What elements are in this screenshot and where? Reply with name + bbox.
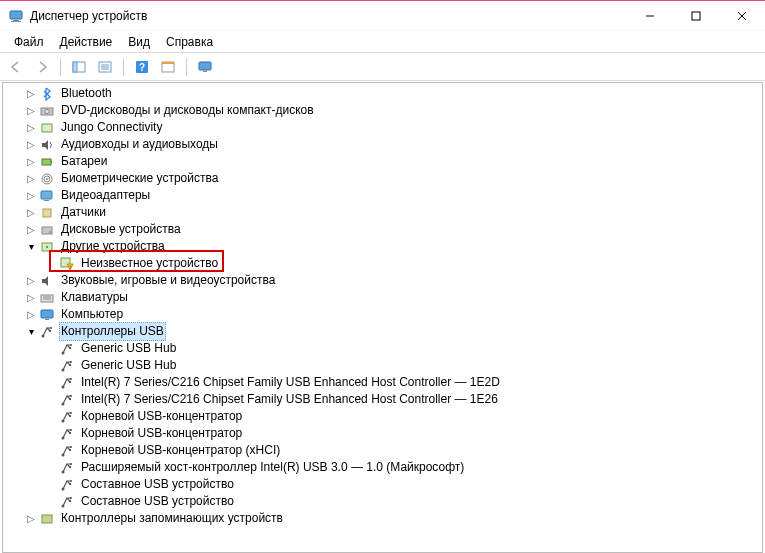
tree-item-battery[interactable]: ▷ Батареи bbox=[3, 153, 762, 170]
expand-icon[interactable]: ▷ bbox=[25, 190, 37, 202]
svg-point-51 bbox=[70, 378, 72, 380]
tree-item-dvd[interactable]: ▷ DVD-дисководы и дисководы компакт-диск… bbox=[3, 102, 762, 119]
tree-item-sensors[interactable]: ▷ Датчики bbox=[3, 204, 762, 221]
device-tree-panel[interactable]: ▷ Bluetooth ▷ DVD-дисководы и дисководы … bbox=[2, 82, 763, 553]
app-icon bbox=[8, 8, 24, 24]
menu-view[interactable]: Вид bbox=[120, 33, 158, 51]
collapse-icon[interactable]: ▾ bbox=[25, 326, 37, 338]
svg-point-63 bbox=[70, 446, 72, 448]
expand-icon[interactable]: ▷ bbox=[25, 173, 37, 185]
expand-icon[interactable]: ▷ bbox=[25, 88, 37, 100]
expand-icon[interactable]: ▷ bbox=[25, 309, 37, 321]
tree-item-biometric[interactable]: ▷ Биометрические устройства bbox=[3, 170, 762, 187]
tree-item-label: Дисковые устройства bbox=[59, 221, 183, 238]
tree-item-label: Звуковые, игровые и видеоустройства bbox=[59, 272, 277, 289]
show-hide-console-button[interactable] bbox=[67, 56, 91, 78]
tree-item-sound[interactable]: ▷ Звуковые, игровые и видеоустройства bbox=[3, 272, 762, 289]
tree-item-label: Контроллеры USB bbox=[59, 322, 166, 341]
svg-point-54 bbox=[70, 395, 72, 397]
expand-icon[interactable]: ▷ bbox=[25, 275, 37, 287]
tree-item-usb-device[interactable]: Generic USB Hub bbox=[3, 357, 762, 374]
svg-point-69 bbox=[70, 480, 72, 482]
biometric-icon bbox=[39, 171, 55, 187]
expand-icon[interactable]: ▷ bbox=[25, 224, 37, 236]
tree-item-usb-device[interactable]: Корневой USB-концентратор (xHCI) bbox=[3, 442, 762, 459]
svg-point-57 bbox=[70, 412, 72, 414]
help-button[interactable]: ? bbox=[130, 56, 154, 78]
svg-rect-0 bbox=[10, 11, 22, 19]
expand-icon[interactable]: ▷ bbox=[25, 122, 37, 134]
minimize-button[interactable] bbox=[627, 1, 673, 31]
menu-file[interactable]: Файл bbox=[6, 33, 52, 51]
tree-item-usb-device[interactable]: Intel(R) 7 Series/C216 Chipset Family US… bbox=[3, 374, 762, 391]
keyboard-icon bbox=[39, 290, 55, 306]
tree-item-other[interactable]: ▾ Другие устройства bbox=[3, 238, 762, 255]
svg-rect-22 bbox=[42, 159, 51, 165]
svg-rect-61 bbox=[69, 432, 71, 434]
svg-point-33 bbox=[46, 245, 48, 247]
tree-item-usb-device[interactable]: Составное USB устройство bbox=[3, 476, 762, 493]
properties-button[interactable] bbox=[93, 56, 117, 78]
window-title: Диспетчер устройств bbox=[30, 9, 627, 23]
battery-icon bbox=[39, 154, 55, 170]
expand-icon[interactable]: ▷ bbox=[25, 207, 37, 219]
display-devices-button[interactable] bbox=[193, 56, 217, 78]
svg-rect-64 bbox=[69, 449, 71, 451]
tree-item-usb-controllers[interactable]: ▾ Контроллеры USB bbox=[3, 323, 762, 340]
tree-item-label: Корневой USB-концентратор (xHCI) bbox=[79, 442, 282, 459]
tree-item-usb-device[interactable]: Intel(R) 7 Series/C216 Chipset Family US… bbox=[3, 391, 762, 408]
svg-rect-2 bbox=[11, 21, 21, 22]
tree-item-usb-device[interactable]: Корневой USB-концентратор bbox=[3, 408, 762, 425]
svg-rect-27 bbox=[41, 191, 52, 199]
svg-rect-23 bbox=[51, 161, 52, 163]
svg-rect-49 bbox=[69, 364, 71, 366]
expand-icon[interactable]: ▷ bbox=[25, 139, 37, 151]
expand-icon[interactable]: ▷ bbox=[25, 292, 37, 304]
tree-item-label: Другие устройства bbox=[59, 238, 167, 255]
tree-item-bluetooth[interactable]: ▷ Bluetooth bbox=[3, 85, 762, 102]
usb-icon bbox=[59, 443, 75, 459]
usb-icon bbox=[59, 375, 75, 391]
tree-item-disk[interactable]: ▷ Дисковые устройства bbox=[3, 221, 762, 238]
tree-item-label: Клавиатуры bbox=[59, 289, 130, 306]
collapse-icon[interactable]: ▾ bbox=[25, 241, 37, 253]
tree-item-label: DVD-дисководы и дисководы компакт-дисков bbox=[59, 102, 316, 119]
usb-icon bbox=[59, 460, 75, 476]
svg-rect-67 bbox=[69, 466, 71, 468]
titlebar: Диспетчер устройств bbox=[0, 1, 765, 31]
tree-item-video[interactable]: ▷ Видеоадаптеры bbox=[3, 187, 762, 204]
expand-icon[interactable]: ▷ bbox=[25, 513, 37, 525]
svg-rect-28 bbox=[44, 200, 49, 201]
menu-action[interactable]: Действие bbox=[52, 33, 121, 51]
tree-item-usb-device[interactable]: Generic USB Hub bbox=[3, 340, 762, 357]
svg-point-60 bbox=[70, 429, 72, 431]
display-adapter-icon bbox=[39, 188, 55, 204]
tree-item-jungo[interactable]: ▷ Jungo Connectivity bbox=[3, 119, 762, 136]
tree-item-keyboard[interactable]: ▷ Клавиатуры bbox=[3, 289, 762, 306]
expand-icon[interactable]: ▷ bbox=[25, 156, 37, 168]
svg-point-48 bbox=[70, 361, 72, 363]
svg-rect-18 bbox=[203, 71, 207, 72]
expand-icon[interactable]: ▷ bbox=[25, 105, 37, 117]
other-devices-icon bbox=[39, 239, 55, 255]
tree-item-label: Generic USB Hub bbox=[79, 357, 178, 374]
tree-item-audio[interactable]: ▷ Аудиовходы и аудиовыходы bbox=[3, 136, 762, 153]
close-button[interactable] bbox=[719, 1, 765, 31]
scan-hardware-button[interactable] bbox=[156, 56, 180, 78]
tree-item-usb-device[interactable]: Расширяемый хост-контроллер Intel(R) USB… bbox=[3, 459, 762, 476]
tree-item-storage-controllers[interactable]: ▷ Контроллеры запоминающих устройств bbox=[3, 510, 762, 527]
tree-item-label: Батареи bbox=[59, 153, 109, 170]
tree-item-label: Компьютер bbox=[59, 306, 125, 323]
tree-item-label: Intel(R) 7 Series/C216 Chipset Family US… bbox=[79, 391, 500, 408]
tree-item-computer[interactable]: ▷ Компьютер bbox=[3, 306, 762, 323]
svg-rect-1 bbox=[13, 20, 19, 21]
tree-item-usb-device[interactable]: Корневой USB-концентратор bbox=[3, 425, 762, 442]
maximize-button[interactable] bbox=[673, 1, 719, 31]
tree-item-usb-device[interactable]: Составное USB устройство bbox=[3, 493, 762, 510]
usb-icon bbox=[59, 494, 75, 510]
tree-item-unknown-device[interactable]: ! Неизвестное устройство bbox=[3, 255, 762, 272]
svg-point-66 bbox=[70, 463, 72, 465]
menu-help[interactable]: Справка bbox=[158, 33, 221, 51]
computer-icon bbox=[39, 307, 55, 323]
svg-point-26 bbox=[46, 178, 48, 180]
